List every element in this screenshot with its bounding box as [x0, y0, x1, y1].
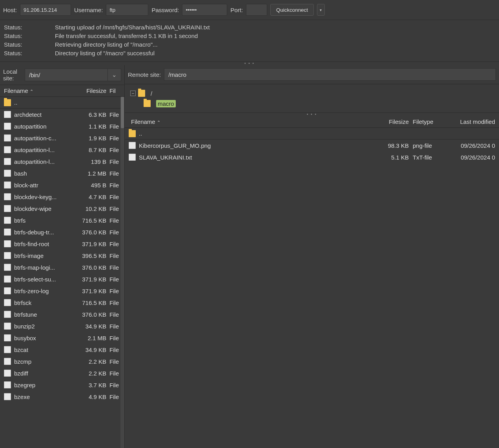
quickconnect-button[interactable]: Quickconnect — [270, 4, 314, 16]
file-row[interactable]: bunzip234.9 KBFile — [0, 320, 124, 332]
file-type: File — [106, 264, 120, 271]
file-size: 98.3 KB — [381, 142, 409, 149]
quickconnect-dropdown[interactable]: ▾ — [317, 4, 325, 16]
file-size: 376.0 KB — [79, 311, 106, 318]
file-icon — [4, 205, 11, 212]
file-name: btrfs-image — [14, 252, 79, 259]
file-size: 2.2 KB — [79, 370, 106, 377]
remote-site-bar: Remote site: — [125, 65, 499, 84]
file-row[interactable]: btrfs-debug-tr...376.0 KBFile — [0, 226, 124, 238]
file-size: 4.9 KB — [79, 394, 106, 400]
file-type: File — [106, 299, 120, 306]
file-icon — [4, 299, 11, 306]
file-icon — [4, 181, 11, 189]
password-input[interactable] — [182, 4, 227, 16]
tree-root-node[interactable]: − / — [130, 88, 494, 98]
folder-icon — [138, 90, 145, 97]
file-row[interactable]: bzegrep3.7 KBFile — [0, 379, 124, 391]
file-row[interactable]: bash1.2 MBFile — [0, 167, 124, 179]
scrollbar-thumb[interactable] — [121, 97, 124, 128]
file-row[interactable]: autopartition1.1 KBFile — [0, 120, 124, 132]
file-type: File — [106, 229, 120, 236]
file-name: blockdev-keyg... — [14, 194, 79, 200]
status-row: Status:Starting upload of /mnt/hgfs/Shar… — [4, 23, 495, 32]
file-modified: 09/26/2024 0 — [448, 154, 495, 161]
file-size: 8.7 KB — [79, 147, 106, 153]
remote-path-input[interactable] — [164, 69, 495, 80]
file-row[interactable]: blockdev-wipe10.2 KBFile — [0, 203, 124, 214]
collapse-icon[interactable]: − — [130, 91, 136, 96]
status-label: Status: — [4, 49, 35, 58]
status-label: Status: — [4, 23, 35, 32]
file-icon — [4, 323, 11, 330]
file-row[interactable]: btrfs-image396.5 KBFile — [0, 250, 124, 261]
remote-directory-tree[interactable]: − / macro — [125, 84, 499, 113]
local-header-filetype[interactable]: Fil — [106, 87, 120, 94]
local-path-input[interactable] — [25, 69, 107, 81]
file-icon — [4, 358, 11, 365]
file-type: File — [106, 252, 120, 259]
file-name: autopartition-l... — [14, 158, 79, 165]
file-name: btrfstune — [14, 311, 79, 318]
file-row[interactable]: Kibercorpus_GUR_MO.png98.3 KBpng-file09/… — [125, 140, 499, 151]
file-icon — [4, 146, 11, 153]
header-label: Filename — [131, 118, 155, 125]
file-type: File — [106, 394, 120, 400]
file-row[interactable]: btrfs-select-su...371.9 KBFile — [0, 273, 124, 285]
file-row[interactable]: archdetect6.3 KBFile — [0, 109, 124, 120]
file-size: 396.5 KB — [79, 252, 106, 259]
parent-dir-row[interactable]: .. — [125, 128, 499, 140]
file-type: File — [106, 335, 120, 341]
folder-icon — [4, 99, 11, 106]
file-row[interactable]: autopartition-l...139 BFile — [0, 156, 124, 167]
horizontal-splitter[interactable]: • • • — [125, 113, 499, 116]
file-row[interactable]: autopartition-c...1.9 KBFile — [0, 132, 124, 144]
tree-child-node[interactable]: macro — [130, 98, 494, 109]
remote-header-filetype[interactable]: Filetype — [409, 118, 448, 125]
file-type: File — [106, 158, 120, 165]
file-row[interactable]: bzcat34.9 KBFile — [0, 344, 124, 355]
file-row[interactable]: btrfs-zero-log371.9 KBFile — [0, 285, 124, 297]
file-row[interactable]: autopartition-l...8.7 KBFile — [0, 144, 124, 156]
remote-header-lastmodified[interactable]: Last modified — [448, 118, 495, 125]
file-row[interactable]: blockdev-keyg...4.7 KBFile — [0, 191, 124, 203]
file-name: bash — [14, 170, 79, 177]
parent-dir-row[interactable]: .. — [0, 97, 124, 109]
file-row[interactable]: block-attr495 BFile — [0, 179, 124, 191]
host-input[interactable] — [20, 4, 71, 16]
file-type: File — [106, 241, 120, 247]
file-icon — [4, 276, 11, 283]
file-type: File — [106, 370, 120, 377]
port-input[interactable] — [246, 4, 267, 16]
horizontal-splitter[interactable]: • • • — [0, 62, 499, 65]
header-label: Filename — [4, 87, 28, 94]
scrollbar[interactable] — [120, 97, 124, 448]
file-name: bzcmp — [14, 358, 79, 365]
file-row[interactable]: btrfs716.5 KBFile — [0, 214, 124, 226]
file-size: 1.2 MB — [79, 170, 106, 177]
file-row[interactable]: bzdiff2.2 KBFile — [0, 367, 124, 379]
remote-header-filename[interactable]: Filename⌃ — [129, 118, 381, 125]
local-header-filename[interactable]: Filename⌃ — [4, 87, 79, 94]
file-icon — [4, 287, 11, 294]
file-row[interactable]: busybox2.1 MBFile — [0, 332, 124, 344]
remote-file-list[interactable]: ..Kibercorpus_GUR_MO.png98.3 KBpng-file0… — [125, 128, 499, 448]
chevron-down-icon[interactable]: ⌄ — [107, 69, 121, 81]
file-type: File — [106, 382, 120, 388]
username-input[interactable] — [106, 4, 148, 16]
file-row[interactable]: bzcmp2.2 KBFile — [0, 355, 124, 367]
local-header-filesize[interactable]: Filesize — [79, 87, 106, 94]
file-row[interactable]: btrfs-find-root371.9 KBFile — [0, 238, 124, 250]
remote-header-filesize[interactable]: Filesize — [381, 118, 409, 125]
file-row[interactable]: btrfs-map-logi...376.0 KBFile — [0, 261, 124, 273]
tree-root-label: / — [151, 90, 152, 97]
file-row[interactable]: bzexe4.9 KBFile — [0, 391, 124, 403]
file-row[interactable]: btrfstune376.0 KBFile — [0, 308, 124, 320]
file-size: 6.3 KB — [79, 111, 106, 118]
local-file-list[interactable]: ..archdetect6.3 KBFileautopartition1.1 K… — [0, 97, 124, 448]
remote-path-combo[interactable] — [164, 68, 496, 81]
file-row[interactable]: btrfsck716.5 KBFile — [0, 297, 124, 308]
file-row[interactable]: SLAVA_UKRAINI.txt5.1 KBTxT-file09/26/202… — [125, 151, 499, 163]
local-path-combo[interactable]: ⌄ — [25, 69, 121, 81]
file-name: busybox — [14, 335, 79, 341]
